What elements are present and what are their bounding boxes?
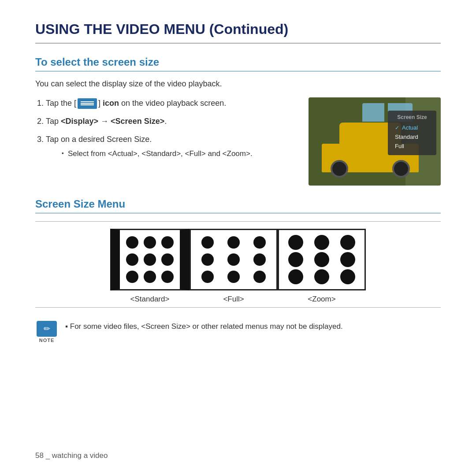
step-1: Tap the [] icon on the video playback sc… — [46, 97, 294, 109]
dot-cell — [309, 251, 335, 268]
dot-cell — [159, 234, 176, 251]
dot-large — [340, 235, 355, 250]
dot — [253, 271, 266, 283]
dot-cell — [194, 234, 220, 251]
step-3: Tap on a desired Screen Size. Select fro… — [46, 134, 294, 160]
intro-text: You can select the display size of the v… — [35, 79, 441, 89]
dot-large — [340, 269, 355, 284]
full-label: <Full> — [223, 295, 244, 304]
dot — [161, 236, 174, 249]
dot-cell — [247, 268, 273, 286]
dot — [126, 253, 138, 266]
main-title: USING THE VIDEO MENU (Continued) — [35, 21, 441, 44]
bullet-1: Select from <Actual>, <Standard>, <Full>… — [62, 148, 294, 160]
diagram-full: <Full> — [190, 229, 278, 304]
dot-cell — [141, 251, 159, 268]
screen-size-section: Screen Size Menu — [35, 198, 441, 308]
dot-cell — [159, 251, 176, 268]
checkmark-icon: ✓ — [395, 125, 399, 131]
dot — [144, 236, 156, 249]
dot — [126, 271, 138, 283]
full-frame — [190, 229, 278, 290]
video-thumbnail: Screen Size ✓ Actual Standard Full — [309, 97, 441, 186]
menu-item-actual: ✓ Actual — [395, 123, 429, 132]
dot-cell — [123, 268, 141, 286]
car-windshield — [362, 103, 384, 122]
dot — [227, 253, 240, 266]
dot-cell — [247, 234, 273, 251]
dot — [253, 236, 266, 249]
dot-large — [288, 252, 303, 267]
dot-cell — [123, 234, 141, 251]
zoom-label: <Zoom> — [308, 295, 335, 304]
dot-cell — [194, 268, 220, 286]
car-wheel-right — [392, 160, 410, 178]
dot-cell — [194, 251, 220, 268]
diagrams-row: <Standard> <F — [35, 229, 441, 304]
dot-cell — [283, 268, 309, 286]
dot-cell — [283, 234, 309, 251]
dot-large — [340, 252, 355, 267]
dot — [144, 271, 156, 283]
zoom-frame — [278, 229, 366, 290]
screen-menu-title: Screen Size — [395, 114, 429, 120]
standard-label: <Standard> — [130, 295, 170, 304]
full-dots-grid — [191, 230, 276, 289]
note-section: ✏ NOTE ▪ For some video files, <Screen S… — [35, 321, 441, 344]
dot-cell — [309, 234, 335, 251]
dot-cell — [141, 234, 159, 251]
step-2: Tap <Display> → <Screen Size>. — [46, 115, 294, 127]
dot-large — [314, 252, 329, 267]
dot — [161, 271, 174, 283]
dot — [227, 271, 240, 283]
diagram-zoom: <Zoom> — [278, 229, 366, 304]
dot-cell — [220, 234, 246, 251]
section2-heading: Screen Size Menu — [35, 198, 441, 213]
section1-heading: To select the screen size — [35, 56, 441, 71]
note-label: NOTE — [39, 338, 55, 343]
car-wheel-left — [331, 160, 348, 178]
page-container: USING THE VIDEO MENU (Continued) To sele… — [0, 0, 476, 361]
menu-icon — [78, 98, 97, 109]
instructions: Tap the [] icon on the video playback sc… — [35, 97, 294, 166]
dot-cell — [159, 268, 176, 286]
standard-frame — [110, 229, 190, 290]
dot — [144, 253, 156, 266]
dot-large — [314, 269, 329, 284]
note-icon-box: ✏ — [37, 321, 57, 337]
dot-cell — [220, 251, 246, 268]
dot — [161, 253, 174, 266]
dot-cell — [309, 268, 335, 286]
content-row: Tap the [] icon on the video playback sc… — [35, 97, 441, 186]
dot-large — [288, 269, 303, 284]
dot — [227, 236, 240, 249]
page-footer: 58 _ watching a video — [35, 451, 108, 460]
dot-cell — [247, 251, 273, 268]
menu-item-standard: Standard — [395, 132, 429, 141]
standard-dots-grid — [120, 230, 180, 289]
dot-cell — [335, 251, 361, 268]
note-text: ▪ For some video files, <Screen Size> or… — [65, 321, 441, 332]
dot — [253, 253, 266, 266]
dot-cell — [220, 268, 246, 286]
dot — [201, 253, 214, 266]
note-icon-area: ✏ NOTE — [35, 321, 58, 344]
dot-cell — [123, 251, 141, 268]
dot-cell — [335, 268, 361, 286]
dot-cell — [141, 268, 159, 286]
dot-large — [314, 235, 329, 250]
dot — [126, 236, 138, 249]
menu-item-full: Full — [395, 141, 429, 151]
diagram-standard: <Standard> — [110, 229, 190, 304]
rule-bottom — [35, 307, 441, 308]
video-screenshot: Screen Size ✓ Actual Standard Full — [309, 97, 441, 186]
dot-cell — [283, 251, 309, 268]
screen-size-overlay: Screen Size ✓ Actual Standard Full — [388, 111, 436, 155]
dot-large — [288, 235, 303, 250]
dot — [201, 271, 214, 283]
dot — [201, 236, 214, 249]
pencil-icon: ✏ — [44, 324, 50, 334]
zoom-dots-grid — [279, 230, 364, 289]
rule-top — [35, 221, 441, 222]
dot-cell — [335, 234, 361, 251]
